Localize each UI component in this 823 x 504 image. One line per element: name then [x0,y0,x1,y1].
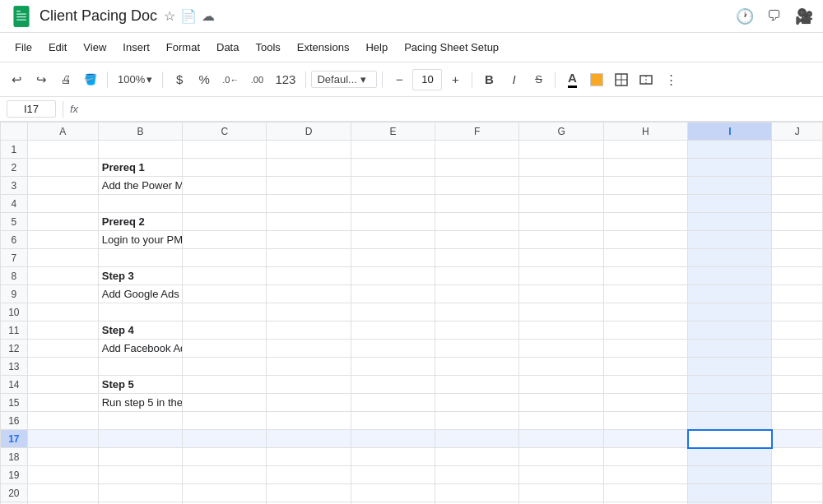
cell-d19[interactable] [267,466,351,484]
cell-f17[interactable] [435,430,519,448]
row-number-11[interactable]: 11 [1,321,28,340]
menu-file[interactable]: File [7,38,40,57]
cell-h5[interactable] [603,213,687,231]
cell-b16[interactable] [98,412,182,430]
cell-f2[interactable] [435,159,519,177]
cell-c13[interactable] [183,358,267,376]
cell-a12[interactable] [27,340,98,358]
menu-view[interactable]: View [75,38,114,57]
cell-h11[interactable] [603,321,687,340]
italic-button[interactable]: I [502,68,525,91]
cell-c15[interactable] [183,394,267,412]
video-icon[interactable]: 🎥 [795,7,813,25]
cell-h1[interactable] [603,141,687,159]
cell-d4[interactable] [267,195,351,213]
cell-c3[interactable] [183,177,267,195]
cell-j16[interactable] [772,412,823,430]
cell-e8[interactable] [351,267,435,285]
cell-c20[interactable] [183,484,267,502]
row-number-8[interactable]: 8 [1,267,28,285]
cell-b6[interactable]: Login to your PMA Account through the ex… [98,231,182,249]
col-header-d[interactable]: D [267,123,351,141]
cell-h9[interactable] [603,285,687,303]
cell-a13[interactable] [27,358,98,376]
cell-c17[interactable] [183,430,267,448]
cell-f18[interactable] [435,448,519,466]
cell-i3[interactable] [688,177,772,195]
cell-g12[interactable] [519,340,603,358]
row-number-12[interactable]: 12 [1,340,28,358]
cell-i7[interactable] [688,249,772,267]
cell-g6[interactable] [519,231,603,249]
cell-c10[interactable] [183,303,267,321]
row-number-5[interactable]: 5 [1,213,28,231]
cell-a8[interactable] [27,267,98,285]
cell-h12[interactable] [603,340,687,358]
cell-e14[interactable] [351,376,435,394]
cell-b20[interactable] [98,484,182,502]
cell-f1[interactable] [435,141,519,159]
cell-g7[interactable] [519,249,603,267]
cell-j8[interactable] [772,267,823,285]
cell-e19[interactable] [351,466,435,484]
cell-i13[interactable] [688,358,772,376]
cell-i5[interactable] [688,213,772,231]
cell-h10[interactable] [603,303,687,321]
currency-button[interactable]: $ [168,68,191,91]
cell-b3[interactable]: Add the Power My Analytics Extension to … [98,177,182,195]
cell-i16[interactable] [688,412,772,430]
cell-h15[interactable] [603,394,687,412]
cell-f4[interactable] [435,195,519,213]
cell-f8[interactable] [435,267,519,285]
cell-i18[interactable] [688,448,772,466]
cell-g16[interactable] [519,412,603,430]
cell-b15[interactable]: Run step 5 in the menu to create pacing … [98,394,182,412]
cell-i11[interactable] [688,321,772,340]
cell-h6[interactable] [603,231,687,249]
cell-g3[interactable] [519,177,603,195]
cell-g20[interactable] [519,484,603,502]
cell-j14[interactable] [772,376,823,394]
cell-b5[interactable]: Prereq 2 [98,213,182,231]
comment-icon[interactable]: 🗩 [767,7,782,25]
cell-a6[interactable] [27,231,98,249]
cell-f13[interactable] [435,358,519,376]
cell-c1[interactable] [183,141,267,159]
cell-j18[interactable] [772,448,823,466]
cell-e1[interactable] [351,141,435,159]
cell-i1[interactable] [688,141,772,159]
col-header-j[interactable]: J [772,123,823,141]
cell-h13[interactable] [603,358,687,376]
row-number-17[interactable]: 17 [1,430,28,448]
cell-b12[interactable]: Add Facebook Ads data to your fbads tab.… [98,340,182,358]
col-header-f[interactable]: F [435,123,519,141]
menu-format[interactable]: Format [158,38,208,57]
cell-e18[interactable] [351,448,435,466]
cell-b8[interactable]: Step 3 [98,267,182,285]
cell-h19[interactable] [603,466,687,484]
cell-e3[interactable] [351,177,435,195]
cell-a3[interactable] [27,177,98,195]
cell-j10[interactable] [772,303,823,321]
row-number-10[interactable]: 10 [1,303,28,321]
folder-icon[interactable]: 📄 [180,8,197,24]
cell-b18[interactable] [98,448,182,466]
redo-button[interactable]: ↪ [30,68,53,91]
cell-e10[interactable] [351,303,435,321]
cell-j5[interactable] [772,213,823,231]
cell-f3[interactable] [435,177,519,195]
cell-g1[interactable] [519,141,603,159]
cell-g18[interactable] [519,448,603,466]
col-header-h[interactable]: H [603,123,687,141]
cell-j1[interactable] [772,141,823,159]
cell-j3[interactable] [772,177,823,195]
menu-tools[interactable]: Tools [247,38,288,57]
cell-g19[interactable] [519,466,603,484]
cell-i4[interactable] [688,195,772,213]
cell-f5[interactable] [435,213,519,231]
font-size-increase-button[interactable]: + [444,68,467,91]
font-family-selector[interactable]: Defaul... ▾ [311,71,377,88]
row-number-9[interactable]: 9 [1,285,28,303]
col-header-g[interactable]: G [519,123,603,141]
col-header-b[interactable]: B [98,123,182,141]
